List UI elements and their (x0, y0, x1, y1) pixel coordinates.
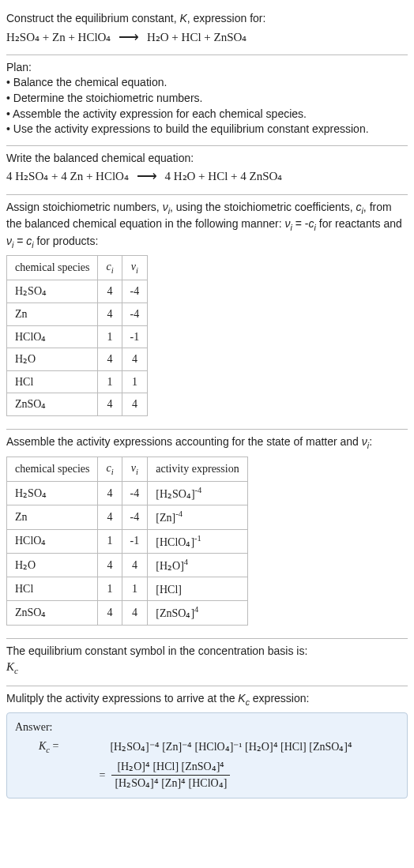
cell-vi: -1 (122, 529, 148, 553)
table-row: ZnSO₄44 (7, 393, 148, 416)
plan-section: Plan: • Balance the chemical equation. •… (6, 55, 408, 146)
plan-item: • Determine the stoichiometric numbers. (6, 91, 408, 107)
cell-ci: 1 (98, 577, 122, 601)
cell-ci: 1 (98, 370, 122, 393)
table-row: ZnSO₄44[ZnSO₄]4 (7, 601, 248, 625)
cell-species: H₂SO₄ (7, 482, 98, 505)
cell-activity: [H₂SO₄]-4 (148, 482, 247, 505)
answer-equations: Kc = [H₂SO₄]⁻⁴ [Zn]⁻⁴ [HClO₄]⁻¹ [H₂O]⁴ [… (39, 738, 399, 791)
table-row: H₂O44 (7, 348, 148, 371)
kc-symbol: Kc = (39, 738, 105, 756)
cell-species: HCl (7, 370, 98, 393)
cell-vi: 4 (122, 393, 148, 416)
cell-activity: [ZnSO₄]4 (148, 601, 247, 625)
cell-species: H₂O (7, 553, 98, 577)
equals-sign: = (39, 768, 105, 783)
cell-species: ZnSO₄ (7, 393, 98, 416)
reaction-arrow-icon: ⟶ (114, 28, 144, 47)
equation-lhs: H₂SO₄ + Zn + HClO₄ (6, 31, 111, 43)
balanced-lhs: 4 H₂SO₄ + 4 Zn + HClO₄ (6, 170, 129, 182)
cell-species: Zn (7, 303, 98, 326)
col-species: chemical species (7, 457, 98, 481)
construct-text: Construct the equilibrium constant, K, e… (6, 12, 265, 24)
multiply-heading: Mulitply the activity expressions to arr… (6, 691, 408, 708)
cell-activity: [Zn]-4 (148, 505, 247, 529)
table-row: HCl11 (7, 370, 148, 393)
cell-ci: 4 (98, 482, 122, 505)
cell-vi: -1 (122, 325, 148, 348)
cell-ci: 4 (98, 505, 122, 529)
cell-vi: 4 (122, 601, 148, 625)
cell-species: ZnSO₄ (7, 601, 98, 625)
table-row: HClO₄1-1 (7, 325, 148, 348)
plan-heading: Plan: (6, 60, 408, 76)
stoich-heading: Assign stoichiometric numbers, νi, using… (6, 200, 408, 250)
stoich-section: Assign stoichiometric numbers, νi, using… (6, 195, 408, 430)
balanced-rhs: 4 H₂O + HCl + 4 ZnSO₄ (164, 170, 282, 182)
cell-vi: -4 (122, 482, 148, 505)
cell-species: H₂O (7, 348, 98, 371)
equation-rhs: H₂O + HCl + ZnSO₄ (147, 31, 247, 43)
activity-section: Assemble the activity expressions accoun… (6, 430, 408, 638)
cell-species: HClO₄ (7, 325, 98, 348)
activity-table: chemical species ci νi activity expressi… (6, 457, 248, 626)
plan-item: • Assemble the activity expression for e… (6, 107, 408, 122)
cell-species: HClO₄ (7, 529, 98, 553)
cell-vi: -4 (122, 280, 148, 303)
cell-ci: 4 (98, 393, 122, 416)
basis-heading: The equilibrium constant symbol in the c… (6, 644, 408, 659)
table-row: H₂SO₄4-4 (7, 280, 148, 303)
table-row: HClO₄1-1[HClO₄]-1 (7, 529, 248, 553)
balanced-heading: Write the balanced chemical equation: (6, 151, 408, 167)
cell-ci: 4 (98, 303, 122, 326)
cell-activity: [HCl] (148, 577, 247, 601)
cell-activity: [H₂O]4 (148, 553, 247, 577)
cell-vi: 4 (122, 553, 148, 577)
prompt-section: Construct the equilibrium constant, K, e… (6, 6, 408, 55)
cell-ci: 4 (98, 280, 122, 303)
plan-item: • Use the activity expressions to build … (6, 122, 408, 137)
balanced-equation: 4 H₂SO₄ + 4 Zn + HClO₄ ⟶ 4 H₂O + HCl + 4… (6, 166, 408, 186)
cell-vi: 4 (122, 348, 148, 371)
unbalanced-equation: H₂SO₄ + Zn + HClO₄ ⟶ H₂O + HCl + ZnSO₄ (6, 27, 408, 47)
activity-heading: Assemble the activity expressions accoun… (6, 434, 408, 451)
col-species: chemical species (7, 255, 98, 280)
cell-species: Zn (7, 505, 98, 529)
table-row: H₂O44[H₂O]4 (7, 553, 248, 577)
table-row: Zn4-4[Zn]-4 (7, 505, 248, 529)
balanced-section: Write the balanced chemical equation: 4 … (6, 146, 408, 195)
cell-vi: 1 (122, 577, 148, 601)
answer-label: Answer: (15, 720, 399, 735)
basis-section: The equilibrium constant symbol in the c… (6, 639, 408, 686)
cell-vi: -4 (122, 505, 148, 529)
table-header-row: chemical species ci νi activity expressi… (7, 457, 248, 481)
col-ci: ci (98, 255, 122, 280)
table-row: Zn4-4 (7, 303, 148, 326)
fraction-numerator: [H₂O]⁴ [HCl] [ZnSO₄]⁴ (111, 759, 230, 776)
kc-line1: [H₂SO₄]⁻⁴ [Zn]⁻⁴ [HClO₄]⁻¹ [H₂O]⁴ [HCl] … (110, 739, 399, 755)
construct-line: Construct the equilibrium constant, K, e… (6, 11, 408, 27)
cell-species: HCl (7, 577, 98, 601)
table-row: HCl11[HCl] (7, 577, 248, 601)
col-activity: activity expression (148, 457, 247, 481)
reaction-arrow-icon: ⟶ (132, 167, 162, 186)
table-row: H₂SO₄4-4[H₂SO₄]-4 (7, 482, 248, 505)
cell-ci: 1 (98, 529, 122, 553)
col-vi: νi (122, 255, 148, 280)
cell-ci: 1 (98, 325, 122, 348)
cell-species: H₂SO₄ (7, 280, 98, 303)
cell-ci: 4 (98, 601, 122, 625)
col-vi: νi (122, 457, 148, 481)
table-header-row: chemical species ci νi (7, 255, 148, 280)
cell-ci: 4 (98, 348, 122, 371)
fraction-denominator: [H₂SO₄]⁴ [Zn]⁴ [HClO₄] (111, 776, 230, 791)
plan-item: • Balance the chemical equation. (6, 75, 408, 91)
kc-fraction: [H₂O]⁴ [HCl] [ZnSO₄]⁴ [H₂SO₄]⁴ [Zn]⁴ [HC… (110, 759, 399, 791)
cell-vi: -4 (122, 303, 148, 326)
answer-box: Answer: Kc = [H₂SO₄]⁻⁴ [Zn]⁻⁴ [HClO₄]⁻¹ … (6, 712, 408, 798)
cell-ci: 4 (98, 553, 122, 577)
cell-vi: 1 (122, 370, 148, 393)
multiply-section: Mulitply the activity expressions to arr… (6, 686, 408, 806)
basis-symbol: Kc (6, 659, 408, 678)
cell-activity: [HClO₄]-1 (148, 529, 247, 553)
